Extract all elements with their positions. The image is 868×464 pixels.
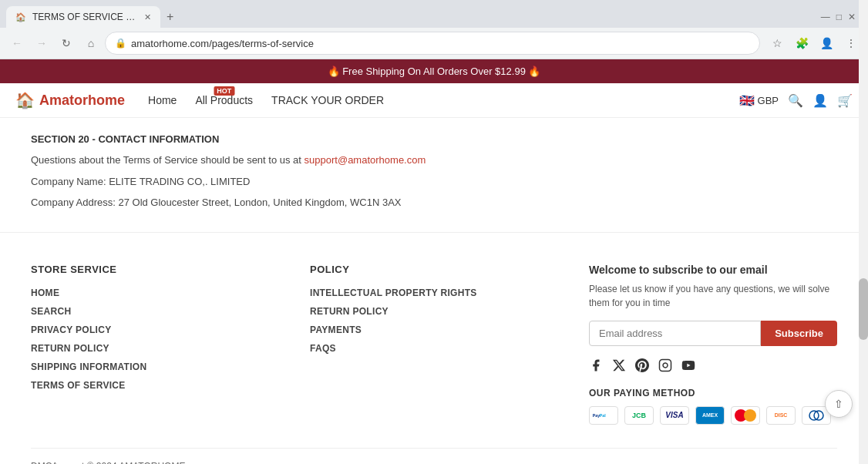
chevron-up-icon: ⇧ bbox=[834, 398, 843, 410]
jcb-icon: JCB bbox=[624, 406, 654, 425]
cart-button[interactable]: 🛒 bbox=[837, 93, 853, 108]
footer-link-search[interactable]: SEARCH bbox=[31, 306, 279, 317]
contact-intro: Questions about the Terms of Service sho… bbox=[31, 153, 837, 168]
tab-title: TERMS OF SERVICE – AMATOR... bbox=[32, 12, 138, 22]
announcement-text: 🔥 Free Shipping On All Orders Over $12.9… bbox=[328, 66, 541, 77]
extensions-button[interactable]: 🧩 bbox=[791, 32, 812, 54]
account-button[interactable]: 👤 bbox=[812, 93, 828, 108]
browser-chrome: 🏠 TERMS OF SERVICE – AMATOR... ✕ + — □ ✕… bbox=[0, 0, 868, 59]
mastercard-icon bbox=[731, 406, 760, 425]
footer-policy-col: POLICY INTELLECTUAL PROPERTY RIGHTS RETU… bbox=[310, 264, 558, 425]
nav-item-all-products[interactable]: HOT All Products bbox=[195, 94, 253, 106]
new-tab-button[interactable]: + bbox=[160, 10, 180, 24]
footer-grid: STORE SERVICE HOME SEARCH PRIVACY POLICY… bbox=[31, 264, 837, 425]
visa-icon: VISA bbox=[660, 406, 689, 425]
minimize-button[interactable]: — bbox=[821, 12, 830, 22]
footer-link-payments[interactable]: PAYMENTS bbox=[310, 324, 558, 335]
currency-selector[interactable]: 🇬🇧 GBP bbox=[739, 93, 779, 108]
home-button[interactable]: ⌂ bbox=[80, 32, 102, 54]
nav-track-order-label: TRACK YOUR ORDER bbox=[271, 94, 384, 106]
svg-text:Pal: Pal bbox=[600, 412, 606, 417]
scrollbar[interactable] bbox=[859, 0, 868, 464]
address-bar[interactable]: 🔒 amatorhome.com/pages/terms-of-service bbox=[105, 32, 760, 55]
lock-icon: 🔒 bbox=[115, 38, 126, 49]
nav-all-products-label: All Products bbox=[195, 94, 253, 106]
facebook-icon[interactable] bbox=[589, 358, 603, 375]
nav-item-home[interactable]: Home bbox=[148, 94, 177, 106]
footer-link-faqs[interactable]: FAQS bbox=[310, 343, 558, 354]
contact-email-link[interactable]: support@amatorhome.com bbox=[304, 154, 426, 166]
browser-action-buttons: ☆ 🧩 👤 ⋮ bbox=[766, 32, 862, 54]
policy-title: POLICY bbox=[310, 264, 558, 275]
tab-close-button[interactable]: ✕ bbox=[144, 12, 151, 22]
amex-icon: AMEX bbox=[695, 406, 725, 425]
discover-icon: DISC bbox=[766, 406, 796, 425]
main-nav: Home HOT All Products TRACK YOUR ORDER bbox=[148, 94, 739, 106]
tab-favicon: 🏠 bbox=[15, 12, 26, 22]
social-icons bbox=[589, 358, 837, 375]
company-address: Company Address: 27 Old Gloucester Stree… bbox=[31, 195, 837, 210]
section-heading: SECTION 20 - CONTACT INFORMATION bbox=[31, 133, 837, 145]
footer-link-return-policy[interactable]: RETURN POLICY bbox=[31, 343, 279, 354]
youtube-icon[interactable] bbox=[681, 358, 695, 375]
svg-text:Pay: Pay bbox=[593, 412, 600, 417]
restore-button[interactable]: □ bbox=[836, 12, 842, 22]
store-service-title: STORE SERVICE bbox=[31, 264, 279, 275]
reload-button[interactable]: ↻ bbox=[56, 32, 77, 54]
scrollbar-thumb[interactable] bbox=[859, 278, 868, 340]
footer-bottom: DMCA report © 2024 AMATORHOME bbox=[31, 448, 837, 465]
newsletter-form: Subscribe bbox=[589, 321, 837, 346]
url-text: amatorhome.com/pages/terms-of-service bbox=[131, 38, 750, 49]
footer: STORE SERVICE HOME SEARCH PRIVACY POLICY… bbox=[0, 232, 868, 465]
footer-link-privacy-policy[interactable]: PRIVACY POLICY bbox=[31, 324, 279, 335]
browser-controls: ← → ↻ ⌂ 🔒 amatorhome.com/pages/terms-of-… bbox=[0, 28, 868, 59]
hot-badge: HOT bbox=[214, 86, 234, 96]
payment-icons: Pay Pal JCB VISA AMEX DISC bbox=[589, 406, 837, 425]
footer-store-service-col: STORE SERVICE HOME SEARCH PRIVACY POLICY… bbox=[31, 264, 279, 425]
logo-icon: 🏠 bbox=[15, 91, 35, 109]
profile-button[interactable]: 👤 bbox=[816, 32, 837, 54]
footer-link-shipping-info[interactable]: SHIPPING INFORMATION bbox=[31, 361, 279, 372]
bookmark-button[interactable]: ☆ bbox=[766, 32, 788, 54]
company-name: Company Name: ELITE TRADING CO,. LIMITED bbox=[31, 174, 837, 190]
payment-section: OUR PAYING METHOD Pay Pal JCB VISA AMEX bbox=[589, 388, 837, 425]
newsletter-desc: Please let us know if you have any quest… bbox=[589, 282, 837, 310]
currency-text: GBP bbox=[758, 95, 779, 106]
nav-home-label: Home bbox=[148, 94, 177, 106]
header-actions: 🇬🇧 GBP 🔍 👤 🛒 bbox=[739, 93, 853, 108]
footer-link-home[interactable]: HOME bbox=[31, 287, 279, 298]
search-button[interactable]: 🔍 bbox=[788, 93, 803, 108]
footer-link-terms-of-service[interactable]: TERMS OF SERVICE bbox=[31, 380, 279, 391]
paypal-icon: Pay Pal bbox=[589, 406, 618, 425]
announcement-bar: 🔥 Free Shipping On All Orders Over $12.9… bbox=[0, 59, 868, 83]
footer-newsletter-col: Welcome to subscribe to our email Please… bbox=[589, 264, 837, 425]
footer-link-return-policy-2[interactable]: RETURN POLICY bbox=[310, 306, 558, 317]
twitter-x-icon[interactable] bbox=[612, 358, 626, 375]
tab-bar: 🏠 TERMS OF SERVICE – AMATOR... ✕ + — □ ✕ bbox=[0, 0, 868, 28]
contact-intro-text: Questions about the Terms of Service sho… bbox=[31, 154, 304, 166]
active-tab[interactable]: 🏠 TERMS OF SERVICE – AMATOR... ✕ bbox=[6, 6, 160, 28]
main-content: SECTION 20 - CONTACT INFORMATION Questio… bbox=[0, 118, 868, 232]
scroll-to-top-button[interactable]: ⇧ bbox=[825, 390, 853, 418]
instagram-icon[interactable] bbox=[658, 358, 672, 375]
site-header: 🏠 Amatorhome Home HOT All Products TRACK… bbox=[0, 83, 868, 118]
svg-rect-0 bbox=[660, 359, 671, 371]
flag-icon: 🇬🇧 bbox=[739, 93, 755, 108]
payment-title: OUR PAYING METHOD bbox=[589, 388, 837, 398]
logo-text: Amatorhome bbox=[39, 92, 125, 109]
subscribe-button[interactable]: Subscribe bbox=[761, 321, 837, 346]
email-input[interactable] bbox=[589, 321, 761, 346]
pinterest-icon[interactable] bbox=[635, 358, 649, 375]
footer-link-ip-rights[interactable]: INTELLECTUAL PROPERTY RIGHTS bbox=[310, 287, 558, 298]
nav-item-track-order[interactable]: TRACK YOUR ORDER bbox=[271, 94, 384, 106]
back-button[interactable]: ← bbox=[6, 32, 28, 54]
logo[interactable]: 🏠 Amatorhome bbox=[15, 91, 125, 109]
newsletter-title: Welcome to subscribe to our email bbox=[589, 264, 837, 276]
forward-button[interactable]: → bbox=[31, 32, 52, 54]
footer-copyright: DMCA report © 2024 AMATORHOME bbox=[31, 461, 185, 465]
close-button[interactable]: ✕ bbox=[848, 12, 856, 22]
